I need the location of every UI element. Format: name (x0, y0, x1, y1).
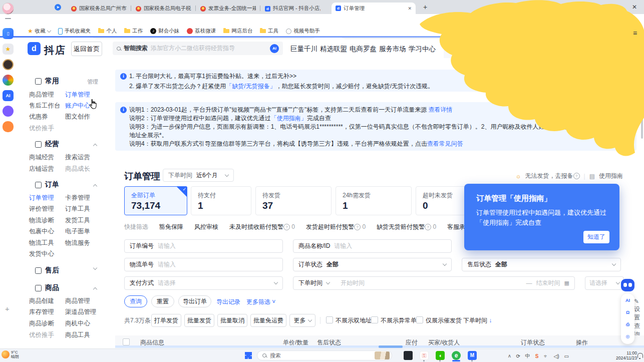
sidebar-item[interactable]: 电子面单 (65, 227, 90, 236)
filter-warn-stockout[interactable]: 缺货无货赔付预警? 0 (377, 223, 436, 231)
wifi-icon[interactable]: ᯤ (544, 353, 549, 359)
horizontal-scrollbar[interactable] (115, 345, 644, 348)
window-close-button[interactable]: ✕ (632, 4, 637, 11)
usage-guide-button[interactable]: 使用指南 (599, 172, 623, 180)
tab-close-icon[interactable]: ✕ (408, 6, 412, 11)
tray-expand-icon[interactable]: ˄ (508, 353, 511, 359)
page-scrollbar[interactable] (641, 113, 643, 139)
nav-compass[interactable]: 电商罗盘 (350, 45, 377, 54)
tab-2[interactable]: 国家税务总局电子税务局 (132, 3, 195, 14)
chevron-up-icon[interactable] (93, 287, 97, 291)
batch-ship-button[interactable]: 批量发货 (184, 314, 214, 327)
doudian-logo-text[interactable]: 抖店 (44, 44, 66, 57)
sidebar-item[interactable]: 物流服务 (65, 239, 90, 247)
pending-price-tab[interactable]: 待改价商品 (444, 39, 495, 58)
help-compass-icon[interactable]: ◎ (624, 333, 631, 340)
sidebar-item[interactable]: 商品创建 (29, 297, 54, 305)
taskbar-clock[interactable]: 11:00 2024/11/23 (607, 350, 637, 360)
back-home-button[interactable]: 返回首页 (71, 42, 102, 56)
taskbar-app-wechat[interactable]: ◖ (436, 351, 445, 360)
nav-jingxuan[interactable]: 精选联盟 (320, 45, 347, 54)
chevron-down-icon[interactable] (93, 266, 97, 270)
colorful-app-icon[interactable] (3, 75, 14, 86)
filter-warn-pickup[interactable]: 未及时揽收赔付预警? 0 (229, 223, 295, 231)
ai-tool-icon[interactable]: AI (624, 297, 631, 304)
sidebar-item[interactable]: 物流诊断 (29, 216, 54, 225)
bookmark-personal[interactable]: 个人 (98, 28, 117, 35)
checkbox-hide-dual-address[interactable]: 不展示双地址 (326, 316, 372, 325)
sidebar-item[interactable]: 包裹中心 (29, 227, 54, 236)
reset-button[interactable]: 重置 (151, 295, 174, 307)
query-button[interactable]: 查询 (124, 295, 147, 307)
sidebar-item[interactable]: 库存管理 (29, 308, 54, 316)
sidebar-item[interactable]: 图文创作 (65, 113, 90, 121)
site-search-input[interactable]: 智能搜索 添加官方小二微信获得经营指导 AI (113, 42, 283, 55)
export-orders-button[interactable]: 导出订单 (178, 295, 211, 307)
phone-app-icon[interactable]: ▯ (3, 28, 14, 39)
scrollbar-thumb[interactable] (379, 345, 403, 348)
nav-service-market[interactable]: 服务市场 (379, 45, 406, 54)
dark-app-icon[interactable] (3, 59, 14, 70)
sidebar-item[interactable]: 商品工具 (65, 331, 90, 339)
assistant-robot-icon[interactable] (621, 279, 634, 291)
bookmark-favorites[interactable]: ★收藏 (28, 28, 51, 35)
ime-indicator[interactable]: 中 (525, 352, 530, 359)
stat-card-to-ship[interactable]: 待发货 37 (255, 186, 332, 215)
notification-bell-icon[interactable] (637, 353, 643, 358)
sidebar-item[interactable]: 商品诊断 (29, 319, 54, 328)
tab-active-order[interactable]: d 订单管理 ✕ (332, 3, 416, 14)
volume-icon[interactable]: ◁) (554, 353, 559, 359)
sidebar-item[interactable]: 优惠券 (29, 113, 48, 121)
filter-exempt[interactable]: 豁免保障 (159, 223, 183, 231)
sidebar-item[interactable]: 发货工具 (65, 216, 90, 225)
chevron-up-icon[interactable] (93, 184, 97, 188)
filter-warn-shipping[interactable]: 发货超时赔付预警? 0 (306, 223, 366, 231)
time-range-select[interactable]: 下单时间 近6个月 (163, 169, 234, 182)
usage-guide-link[interactable]: 「使用指南」 (271, 115, 307, 122)
chevron-up-icon[interactable] (93, 144, 97, 148)
sidebar-item-order-manage[interactable]: 订单管理 (65, 91, 90, 99)
view-details-link[interactable]: 查看详情 (428, 106, 452, 113)
taskbar-app-browser[interactable]: e (452, 351, 461, 360)
print-ship-button[interactable]: 打单发货 (151, 314, 181, 327)
dock-collapse-handle[interactable] (5, 18, 11, 19)
battery-icon[interactable]: ▭ (564, 353, 569, 359)
menu-icon[interactable]: ≡ (633, 29, 637, 37)
sidebar-item[interactable]: 商机中心 (65, 319, 90, 328)
sidebar-item[interactable]: 渠道品管理 (65, 308, 97, 316)
checkbox-only-urged[interactable]: 仅展示催发货 (416, 316, 462, 325)
sidebar-item[interactable]: 店铺运营 (29, 165, 54, 173)
batch-cancel-button[interactable]: 批量取消 (217, 314, 247, 327)
product-name-input[interactable]: 商品名称/ID 请输入 (293, 239, 452, 253)
bookmark-shop-admin[interactable]: 网店后台 (223, 28, 252, 35)
orange-app-icon[interactable] (3, 121, 14, 132)
more-button[interactable]: 更多 (289, 314, 315, 327)
tray-sync-icon[interactable]: ⟳ (516, 353, 520, 359)
sidebar-item[interactable]: 发货中心 (29, 250, 54, 258)
extra-select[interactable]: 请选择 (585, 276, 624, 290)
search-highlight-image[interactable] (375, 351, 390, 359)
order-status-select[interactable]: 订单状态 全部 (293, 258, 452, 271)
sidebar-item[interactable]: 商品管理 (65, 297, 90, 305)
bookmark-tiktok[interactable]: ♪财会小妹 (150, 28, 179, 35)
bookmark-phone-folder[interactable]: 手机收藏夹 (58, 28, 91, 35)
headset-support-icon[interactable]: Ω (624, 309, 631, 316)
user-avatar[interactable] (2, 3, 14, 15)
sidebar-item[interactable]: 商品管理 (29, 91, 54, 99)
batch-free-shipping-button[interactable]: 批量免运费 (250, 314, 286, 327)
tab-1[interactable]: 国家税务总局广州市税务局 (67, 3, 131, 14)
sidebar-item[interactable]: 优价推手 (29, 331, 54, 339)
bookmark-work[interactable]: 工作 (124, 28, 143, 35)
promo-line-1[interactable]: 1. 平台限时大礼，最高可享1折运费险补贴。速来，过后无补>> (129, 72, 296, 81)
question-icon[interactable]: ? (573, 173, 580, 179)
sidebar-item[interactable]: 售后工作台 (29, 102, 61, 110)
sidebar-item[interactable]: 评价管理 (29, 205, 54, 213)
bookmark-lizhi[interactable]: 荔枝微课 (187, 28, 216, 35)
new-tab-button[interactable]: + (423, 3, 427, 11)
checkbox-hide-abnormal[interactable]: 不展示异常单 (371, 316, 417, 325)
purple-app-icon[interactable] (3, 106, 14, 117)
tracking-no-input[interactable]: 物流单号 请输入 (124, 258, 283, 271)
payment-method-select[interactable]: 支付方式 请选择 (124, 276, 283, 290)
sogou-icon[interactable]: S (535, 353, 539, 359)
taskbar-search[interactable]: 搜索 (257, 350, 392, 360)
